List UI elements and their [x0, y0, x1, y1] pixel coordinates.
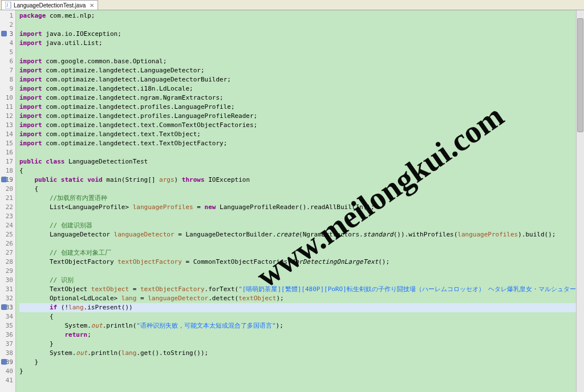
line-number: 20	[1, 185, 13, 194]
line-number: 22	[1, 203, 13, 212]
line-number: 36	[1, 330, 13, 340]
line-number: 34	[1, 312, 13, 321]
code-line	[19, 267, 581, 276]
close-icon[interactable]: ✕	[90, 2, 94, 9]
line-number: 40	[1, 367, 13, 376]
code-line	[19, 212, 581, 221]
code-line: import com.optimaize.langdetect.i18n.LdL…	[19, 84, 581, 93]
line-number-gutter: 1234567891011121314151617181920212223242…	[0, 10, 16, 392]
line-number: 5	[1, 48, 13, 57]
line-number: 32	[1, 294, 13, 303]
line-number: 7	[1, 66, 13, 75]
svg-text:J: J	[6, 3, 8, 8]
code-editor[interactable]: 1234567891011121314151617181920212223242…	[0, 10, 584, 392]
code-line	[19, 148, 581, 157]
code-line: import com.optimaize.langdetect.text.Com…	[19, 121, 581, 130]
line-number: 8	[1, 75, 13, 84]
line-number: 18	[1, 166, 13, 175]
code-line: import com.optimaize.langdetect.Language…	[19, 66, 581, 75]
code-line: import com.optimaize.langdetect.profiles…	[19, 112, 581, 121]
code-line: import com.optimaize.langdetect.ngram.Ng…	[19, 93, 581, 103]
line-number: 41	[1, 376, 13, 385]
line-number: 39	[1, 358, 13, 367]
line-number: 30	[1, 276, 13, 285]
code-line: import com.google.common.base.Optional;	[19, 57, 581, 66]
code-line: import com.optimaize.langdetect.Language…	[19, 75, 581, 84]
line-number: 13	[1, 121, 13, 130]
line-number: 33	[1, 303, 13, 312]
code-line: return;	[19, 330, 581, 340]
line-number: 37	[1, 340, 13, 349]
line-number: 16	[1, 148, 13, 157]
code-line: //加载所有内置语种	[19, 194, 581, 203]
line-number: 6	[1, 57, 13, 66]
line-number: 24	[1, 221, 13, 230]
code-line: import java.util.List;	[19, 39, 581, 48]
code-line: // 创建识别器	[19, 221, 581, 230]
line-number: 3	[1, 30, 13, 39]
line-number: 11	[1, 103, 13, 112]
vertical-scrollbar[interactable]	[576, 10, 584, 392]
code-line: // 识别	[19, 276, 581, 285]
line-number: 29	[1, 267, 13, 276]
scrollbar-thumb[interactable]	[577, 18, 583, 132]
line-number: 26	[1, 239, 13, 248]
code-line	[19, 376, 581, 385]
code-line: // 创建文本对象工厂	[19, 248, 581, 258]
code-line: }	[19, 358, 581, 367]
line-number: 14	[1, 130, 13, 139]
tab-bar: J LanguageDetectionTest.java ✕	[0, 0, 584, 10]
line-number: 35	[1, 321, 13, 330]
line-number: 2	[1, 21, 13, 30]
line-number: 12	[1, 112, 13, 121]
code-line: LanguageDetector languageDetector = Lang…	[19, 230, 581, 239]
line-number: 27	[1, 248, 13, 258]
code-line: if (!lang.isPresent())	[19, 303, 581, 312]
line-number: 15	[1, 139, 13, 148]
code-line: List<LanguageProfile> languageProfiles =…	[19, 203, 581, 212]
code-line	[19, 239, 581, 248]
line-number: 25	[1, 230, 13, 239]
line-number: 17	[1, 157, 13, 166]
line-number: 9	[1, 84, 13, 93]
code-line: }	[19, 340, 581, 349]
code-line: import com.optimaize.langdetect.text.Tex…	[19, 139, 581, 148]
code-line: TextObjectFactory textObjectFactory = Co…	[19, 258, 581, 267]
line-number: 10	[1, 93, 13, 103]
code-line: System.out.println("语种识别失败，可能文本太短或混合了多国语…	[19, 321, 581, 330]
code-line: {	[19, 185, 581, 194]
code-line: import com.optimaize.langdetect.text.Tex…	[19, 130, 581, 139]
code-line	[19, 21, 581, 30]
line-number: 1	[1, 11, 13, 21]
tab-title: LanguageDetectionTest.java	[14, 2, 86, 9]
java-file-icon: J	[5, 2, 12, 9]
line-number: 23	[1, 212, 13, 221]
line-number: 19	[1, 175, 13, 185]
line-number: 21	[1, 194, 13, 203]
code-line: System.out.println(lang.get().toString()…	[19, 349, 581, 358]
code-line: {	[19, 166, 581, 175]
editor-tab[interactable]: J LanguageDetectionTest.java ✕	[1, 0, 98, 10]
code-line: }	[19, 367, 581, 376]
line-number: 38	[1, 349, 13, 358]
code-line: import com.optimaize.langdetect.profiles…	[19, 103, 581, 112]
code-line: import java.io.IOException;	[19, 30, 581, 39]
code-area[interactable]: package com.mei.nlp; import java.io.IOEx…	[16, 10, 584, 392]
line-number: 31	[1, 285, 13, 294]
code-line: public static void main(String[] args) t…	[19, 175, 581, 185]
code-line: package com.mei.nlp;	[19, 11, 581, 21]
code-line: {	[19, 312, 581, 321]
code-line	[19, 48, 581, 57]
line-number: 4	[1, 39, 13, 48]
line-number: 28	[1, 258, 13, 267]
code-line: TextObject textObject = textObjectFactor…	[19, 285, 581, 294]
code-line: Optional<LdLocale> lang = languageDetect…	[19, 294, 581, 303]
code-line: public class LanguageDetectionTest	[19, 157, 581, 166]
